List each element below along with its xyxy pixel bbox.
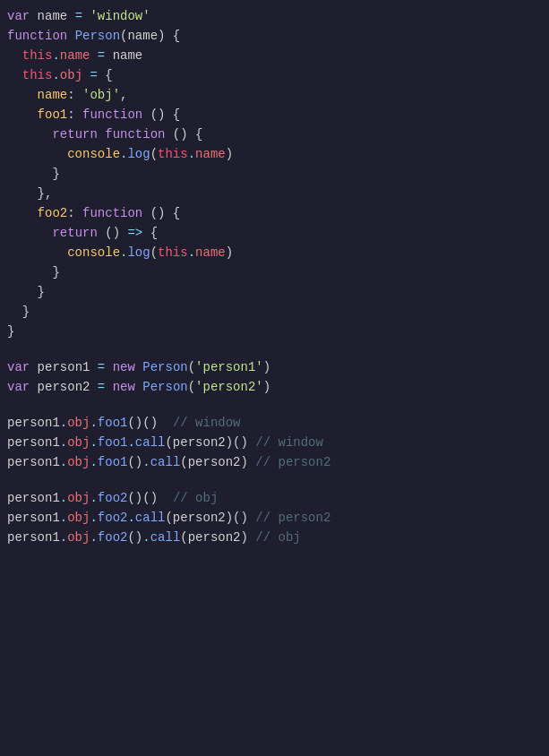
plain-token: name	[127, 27, 158, 47]
code-line: foo1: function () {	[0, 106, 549, 125]
this-token: this	[158, 145, 188, 165]
op-token: .	[127, 434, 134, 453]
plain-token	[7, 204, 38, 224]
plain-token: :	[67, 86, 82, 106]
prop-token: obj	[60, 66, 82, 86]
plain-token: person2	[30, 378, 98, 398]
plain-token	[105, 378, 112, 398]
prop-token: obj	[67, 489, 90, 509]
kw-token: function	[82, 204, 142, 224]
plain-token: ()	[98, 224, 128, 244]
code-line: name: 'obj',	[0, 86, 549, 106]
cmt-token: // person2	[255, 453, 330, 473]
code-line: return () => {	[0, 224, 549, 244]
op-token: .	[127, 509, 134, 528]
plain-token: (	[188, 358, 195, 378]
plain-token: person1	[30, 358, 98, 378]
cons-token: console	[67, 145, 120, 165]
code-line: },	[0, 185, 549, 204]
fn-token: call	[150, 453, 181, 473]
op-token: .	[142, 453, 150, 473]
obj-token: name	[38, 86, 68, 106]
plain-token	[7, 224, 52, 244]
code-editor: var name = 'window'function Person(name)…	[0, 0, 549, 555]
op-token: .	[90, 509, 97, 528]
code-line: }	[0, 322, 549, 342]
op-token: .	[52, 47, 59, 66]
prop-token: name	[60, 47, 90, 66]
prop-token: obj	[67, 528, 90, 548]
cmt-token: // window	[255, 434, 323, 453]
cmt-token: // obj	[255, 528, 300, 548]
plain-token: ()()	[127, 489, 172, 509]
plain-token	[7, 66, 22, 86]
plain-token: (person2)	[180, 528, 255, 548]
prop-token: obj	[67, 434, 90, 453]
plain-token: ()	[127, 453, 142, 473]
code-line: person1.obj.foo1()() // window	[0, 414, 549, 434]
plain-token: ,	[120, 86, 127, 106]
prop-token: obj	[67, 509, 90, 528]
kw-token: function	[105, 125, 165, 145]
code-gap	[0, 398, 549, 414]
plain-token: :	[67, 106, 82, 125]
plain-token	[7, 185, 38, 204]
plain-token: }	[7, 263, 60, 283]
plain-token: (	[120, 27, 127, 47]
fn-token: Person	[142, 378, 187, 398]
code-line: }	[0, 283, 549, 303]
code-line: person1.obj.foo1.call(person2)() // wind…	[0, 434, 549, 453]
code-line: }	[0, 165, 549, 185]
plain-token	[7, 125, 52, 145]
op-token: .	[60, 528, 67, 548]
code-line: var name = 'window'	[0, 7, 549, 27]
kw-token: new	[113, 358, 135, 378]
code-line: return function () {	[0, 125, 549, 145]
plain-token: name	[105, 47, 142, 66]
code-line: var person1 = new Person('person1')	[0, 358, 549, 378]
op-token: .	[120, 244, 127, 263]
plain-token: }	[7, 283, 45, 303]
code-line: this.name = name	[0, 47, 549, 66]
op-token: .	[90, 414, 97, 434]
kw-token: var	[7, 358, 30, 378]
plain-token: )	[226, 145, 233, 165]
fn-token: foo1	[98, 414, 128, 434]
plain-token: person1	[7, 434, 60, 453]
plain-token: }	[7, 322, 14, 342]
plain-token: person1	[7, 489, 60, 509]
fn-token: call	[135, 509, 166, 528]
op-token: .	[52, 66, 59, 86]
plain-token	[98, 125, 105, 145]
op-token: .	[90, 528, 97, 548]
code-line: console.log(this.name)	[0, 145, 549, 165]
op-token: =	[90, 66, 97, 86]
op-token: =	[75, 7, 82, 27]
code-line: foo2: function () {	[0, 204, 549, 224]
plain-token: () {	[165, 125, 202, 145]
op-token: .	[90, 489, 97, 509]
op-token: =	[98, 358, 105, 378]
plain-token	[7, 47, 22, 66]
op-token: .	[120, 145, 127, 165]
plain-token	[105, 358, 112, 378]
op-token: =	[98, 378, 105, 398]
log-token: log	[127, 244, 150, 263]
plain-token	[7, 244, 67, 263]
plain-token: (	[150, 145, 158, 165]
plain-token	[135, 378, 142, 398]
op-token: .	[188, 145, 195, 165]
plain-token	[135, 358, 142, 378]
plain-token: name	[30, 7, 74, 27]
plain-token: :	[67, 204, 82, 224]
cons-token: console	[67, 244, 120, 263]
op-token: .	[60, 509, 67, 528]
plain-token: },	[38, 185, 53, 204]
prop-token: obj	[67, 414, 90, 434]
kw-token: var	[7, 7, 30, 27]
plain-token: person1	[7, 453, 60, 473]
code-line: console.log(this.name)	[0, 244, 549, 263]
fn-token: Person	[142, 358, 187, 378]
plain-token: () {	[142, 106, 180, 125]
code-line: }	[0, 303, 549, 322]
